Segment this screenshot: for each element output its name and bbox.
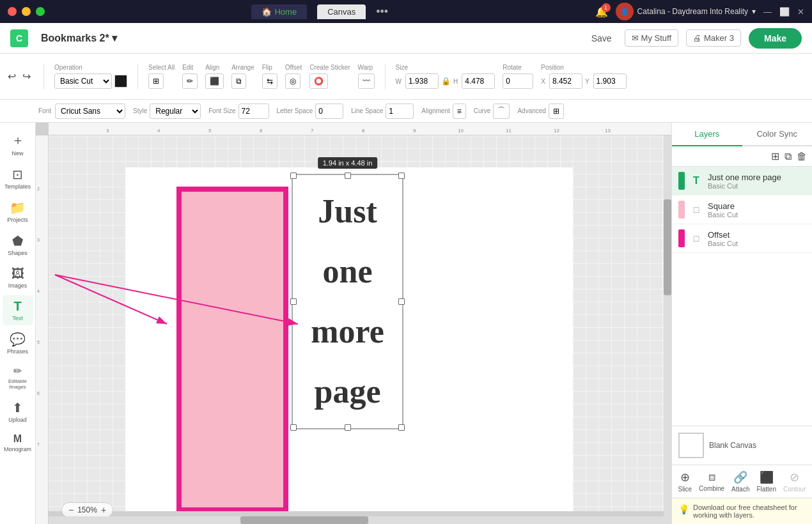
- curve-button[interactable]: ⌒: [493, 104, 510, 119]
- layer-item-offset[interactable]: □ Offset Basic Cut: [672, 224, 812, 253]
- handle-top-right[interactable]: [398, 173, 405, 179]
- canvas-area[interactable]: 3 4 5 6 7 8 9 10 11 12 13 2 3 4 5 6 7: [36, 123, 671, 524]
- style-select[interactable]: Regular: [150, 104, 201, 119]
- advanced-button[interactable]: ⊞: [549, 104, 564, 119]
- handle-middle-right[interactable]: [398, 298, 405, 305]
- title-dropdown-icon[interactable]: ▾: [752, 7, 756, 16]
- linespace-input[interactable]: [386, 104, 414, 119]
- layer-color-text: [678, 172, 685, 190]
- offset-button[interactable]: ◎: [285, 73, 301, 89]
- arrange-button[interactable]: ⧉: [231, 73, 246, 89]
- blank-canvas-label: Blank Canvas: [709, 441, 756, 450]
- horizontal-scrollbar[interactable]: [49, 516, 671, 524]
- text-element[interactable]: 1.94 in x 4.48 in Just one more page: [292, 174, 403, 429]
- bookmark-shape[interactable]: [176, 187, 288, 511]
- sidebar-item-upload[interactable]: ⬆ Upload: [3, 396, 33, 427]
- text-content: Just one more page: [296, 181, 399, 422]
- undo-button[interactable]: ↩: [5, 69, 19, 84]
- window-close-icon[interactable]: ✕: [797, 7, 804, 17]
- make-button[interactable]: Make: [749, 28, 802, 49]
- handle-top-center[interactable]: [345, 173, 351, 179]
- blank-canvas-thumb[interactable]: [678, 433, 704, 458]
- maximize-window-btn[interactable]: [36, 7, 45, 16]
- tab-layers[interactable]: Layers: [672, 123, 742, 146]
- operation-select[interactable]: Basic Cut: [54, 73, 112, 89]
- alignment-button[interactable]: ≡: [453, 104, 466, 119]
- sidebar-item-new[interactable]: ＋ New: [3, 128, 33, 160]
- my-stuff-button[interactable]: ✉ My Stuff: [625, 29, 678, 47]
- sticker-group: Create Sticker ⭕: [309, 64, 350, 89]
- canvas-tab[interactable]: Canvas: [317, 4, 366, 19]
- align-button[interactable]: ⬛: [205, 73, 224, 89]
- layer-type-text: Basic Cut: [708, 182, 806, 190]
- user-avatar[interactable]: 👤: [616, 3, 634, 20]
- sidebar-item-monogram[interactable]: M Monogram: [3, 429, 33, 456]
- layer-name-text: Just one more page: [708, 173, 806, 182]
- project-title-dropdown[interactable]: ▾: [112, 32, 117, 44]
- flip-button[interactable]: ⇆: [262, 73, 277, 89]
- handle-bottom-right[interactable]: [398, 424, 405, 431]
- edit-button[interactable]: ✏: [182, 73, 198, 89]
- notif-badge: 1: [602, 3, 611, 12]
- letterspace-group: Letter Space: [277, 104, 344, 119]
- save-button[interactable]: Save: [586, 31, 617, 46]
- home-tab[interactable]: 🏠 Home: [251, 4, 307, 19]
- home-icon: 🏠: [262, 7, 272, 17]
- text-line-3: more: [311, 315, 384, 348]
- notification-btn[interactable]: 🔔 1: [595, 6, 608, 18]
- rotate-input[interactable]: [503, 73, 533, 89]
- user-area: 👤 Catalina - Daydream Into Reality ▾: [616, 3, 756, 20]
- combine-tool[interactable]: ⧈ Combine: [699, 470, 724, 493]
- group-layers-button[interactable]: ⊞: [771, 150, 779, 162]
- window-restore-icon[interactable]: ⬜: [779, 7, 790, 17]
- contour-tool[interactable]: ⊘ Contour: [783, 470, 806, 493]
- sidebar-item-projects[interactable]: 📁 Projects: [3, 196, 33, 227]
- ruler-vertical: 2 3 4 5 6 7: [36, 135, 49, 524]
- position-x-input[interactable]: [549, 73, 582, 89]
- slice-icon: ⊕: [680, 470, 690, 484]
- redo-button[interactable]: ↪: [20, 69, 33, 84]
- more-tabs-menu[interactable]: •••: [376, 5, 388, 19]
- sticker-button[interactable]: ⭕: [309, 73, 328, 89]
- delete-layer-button[interactable]: 🗑: [797, 150, 807, 162]
- flatten-tool[interactable]: ⬛ Flatten: [756, 470, 776, 493]
- sidebar-item-phrases[interactable]: 💬 Phrases: [3, 328, 33, 358]
- layer-item-square[interactable]: □ Square Basic Cut: [672, 196, 812, 224]
- sidebar-item-editable-images[interactable]: ✏ Editable Images: [3, 361, 33, 394]
- tab-color-sync[interactable]: Color Sync: [742, 123, 813, 146]
- zoom-control: − 150% +: [61, 502, 113, 518]
- window-minimize-icon[interactable]: —: [763, 7, 772, 17]
- layer-info-text: Just one more page Basic Cut: [708, 173, 806, 190]
- font-select[interactable]: Cricut Sans: [55, 104, 125, 119]
- position-y-input[interactable]: [593, 73, 627, 89]
- close-window-btn[interactable]: [8, 7, 17, 16]
- letterspace-input[interactable]: [315, 104, 343, 119]
- lock-icon[interactable]: 🔒: [441, 77, 451, 86]
- sidebar-item-templates[interactable]: ⊡ Templates: [3, 163, 33, 194]
- zoom-in-button[interactable]: +: [101, 505, 106, 515]
- zoom-out-button[interactable]: −: [68, 505, 74, 515]
- slice-tool[interactable]: ⊕ Slice: [678, 470, 692, 493]
- app-bar-right: Save ✉ My Stuff 🖨 Maker 3 Make: [586, 28, 802, 49]
- color-swatch[interactable]: [114, 75, 127, 88]
- sidebar-item-text[interactable]: T Text: [3, 295, 33, 325]
- select-all-button[interactable]: ⊞: [148, 73, 164, 89]
- sidebar-item-images[interactable]: 🖼 Images: [3, 263, 33, 293]
- project-title[interactable]: Bookmarks 2* ▾: [41, 32, 117, 44]
- minimize-window-btn[interactable]: [22, 7, 31, 16]
- warp-button[interactable]: 〰: [358, 73, 375, 89]
- handle-bottom-center[interactable]: [345, 424, 351, 431]
- size-h-input[interactable]: [462, 73, 495, 89]
- attach-tool[interactable]: 🔗 Attach: [731, 470, 749, 493]
- vertical-scrollbar[interactable]: [664, 135, 671, 516]
- duplicate-layer-button[interactable]: ⧉: [785, 150, 792, 162]
- sidebar-item-shapes[interactable]: ⬟ Shapes: [3, 229, 33, 260]
- handle-bottom-left[interactable]: [290, 424, 297, 431]
- fontsize-input[interactable]: [238, 104, 269, 119]
- templates-icon: ⊡: [12, 167, 23, 182]
- layer-item-text[interactable]: T Just one more page Basic Cut: [672, 167, 812, 196]
- handle-top-left[interactable]: [290, 173, 297, 179]
- maker-button[interactable]: 🖨 Maker 3: [686, 29, 741, 47]
- canvas-content[interactable]: 1.94 in x 4.48 in Just one more page: [49, 135, 671, 511]
- size-w-input[interactable]: [405, 73, 439, 89]
